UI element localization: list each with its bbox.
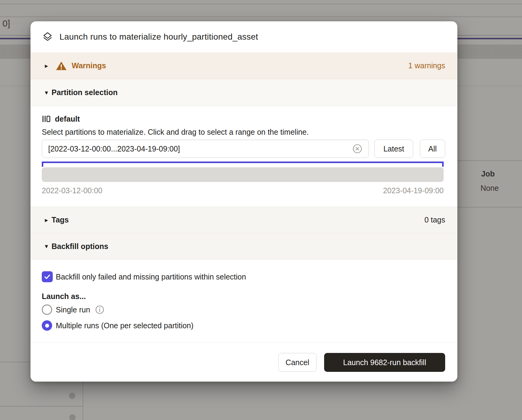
background-partial-input-text: 0]: [2, 18, 10, 29]
warnings-section-header[interactable]: ▸ Warnings 1 warnings: [30, 52, 457, 79]
background-status-dot: [69, 414, 76, 420]
partition-dimension-name: default: [55, 115, 80, 123]
warnings-label: Warnings: [72, 61, 106, 70]
background-row-divider: [457, 160, 522, 161]
chevron-right-icon: ▸: [45, 216, 52, 224]
multiple-runs-label[interactable]: Multiple runs (One per selected partitio…: [56, 321, 194, 330]
range-end-tick: [442, 162, 444, 167]
tags-label: Tags: [52, 215, 69, 224]
partition-help-text: Select partitions to materialize. Click …: [42, 128, 309, 137]
background-row-divider: [0, 406, 83, 407]
background-job-column-header: Job: [481, 169, 495, 178]
tags-count-badge: 0 tags: [424, 215, 445, 224]
chevron-down-icon: ▾: [45, 243, 52, 250]
partition-selection-label: Partition selection: [52, 88, 118, 97]
partition-dimension-icon: [42, 114, 51, 123]
background-job-column-value: None: [481, 184, 499, 193]
single-run-label[interactable]: Single run: [56, 305, 90, 314]
materialize-layers-icon: [42, 31, 53, 43]
single-run-radio[interactable]: [42, 304, 52, 315]
single-run-option: Single run: [42, 304, 104, 315]
partition-dimension-row: default: [42, 114, 80, 123]
warnings-count-badge: 1 warnings: [408, 61, 445, 70]
dialog-header: Launch runs to materialize hourly_partit…: [30, 21, 457, 52]
backfill-options-section-header[interactable]: ▾ Backfill options: [30, 233, 457, 260]
multiple-runs-option: Multiple runs (One per selected partitio…: [42, 320, 194, 331]
range-start-tick: [42, 162, 43, 167]
backfill-only-failed-row: Backfill only failed and missing partiti…: [42, 271, 246, 282]
clear-selection-icon[interactable]: [352, 144, 362, 154]
background-row-divider: [457, 207, 522, 208]
backfill-options-label: Backfill options: [52, 242, 108, 251]
cancel-button[interactable]: Cancel: [278, 353, 316, 372]
timeline-start-label: 2022-03-12-00:00: [42, 186, 102, 195]
launch-as-label: Launch as...: [42, 292, 86, 301]
all-button[interactable]: All: [420, 140, 445, 158]
dialog-title: Launch runs to materialize hourly_partit…: [59, 32, 258, 42]
footer-divider: [30, 342, 457, 343]
partition-selection-range-indicator: [42, 162, 444, 163]
partition-health-timeline[interactable]: [42, 167, 444, 182]
tags-section-header[interactable]: ▸ Tags 0 tags: [30, 207, 457, 233]
launch-backfill-button[interactable]: Launch 9682-run backfill: [324, 353, 445, 372]
backfill-only-failed-label[interactable]: Backfill only failed and missing partiti…: [56, 272, 246, 281]
chevron-right-icon: ▸: [45, 62, 52, 69]
partition-selection-section-header[interactable]: ▾ Partition selection: [30, 79, 457, 106]
warning-triangle-icon: [56, 61, 67, 71]
partition-range-input[interactable]: [42, 140, 369, 158]
info-icon[interactable]: [95, 305, 104, 314]
backfill-only-failed-checkbox[interactable]: [42, 271, 53, 282]
background-row-divider: [0, 16, 522, 17]
multiple-runs-radio[interactable]: [42, 320, 52, 331]
latest-button[interactable]: Latest: [374, 140, 413, 158]
background-row-divider: [0, 4, 522, 4]
chevron-down-icon: ▾: [45, 89, 52, 96]
launch-backfill-dialog: Launch runs to materialize hourly_partit…: [30, 21, 457, 382]
background-status-dot: [69, 393, 75, 399]
timeline-end-label: 2023-04-19-09:00: [383, 186, 444, 195]
